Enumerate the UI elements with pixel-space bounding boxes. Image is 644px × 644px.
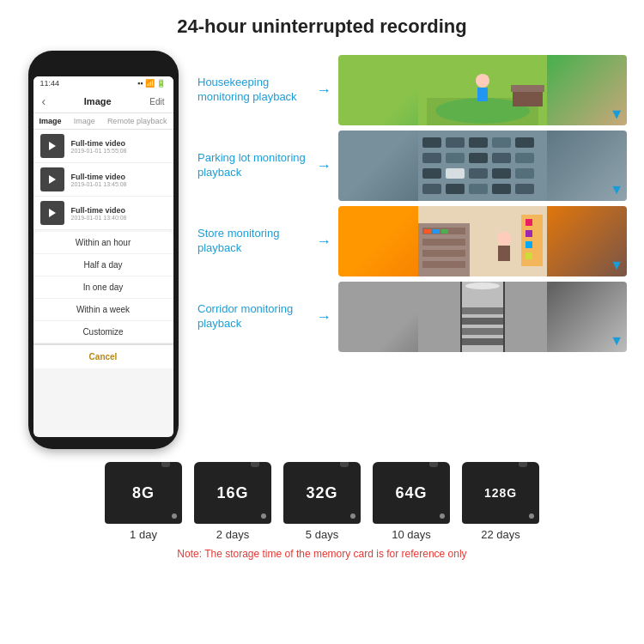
svg-rect-32 <box>422 250 465 257</box>
svg-rect-13 <box>422 153 441 163</box>
svg-rect-6 <box>511 85 544 92</box>
sd-card-dot-128g <box>529 513 534 519</box>
svg-rect-14 <box>446 153 465 163</box>
phone-nav-title: Image <box>84 96 112 106</box>
dropdown-popup: Within an hour Half a day In one day Wit… <box>33 232 173 368</box>
video-date-1: 2019-01-01 15:55:08 <box>71 148 167 154</box>
video-item-3[interactable]: Full-time video 2019-01-01 13:40:08 <box>33 197 173 230</box>
video-info-3: Full-time video 2019-01-01 13:40:08 <box>71 206 167 221</box>
tab-remote-playback[interactable]: Remote playback <box>107 117 167 125</box>
arrow-parking: → <box>316 157 331 175</box>
svg-rect-46 <box>504 282 547 352</box>
phone-back-button[interactable]: ‹ <box>42 94 46 108</box>
sd-card-label-128g: 128G <box>484 486 517 500</box>
svg-rect-24 <box>446 184 465 194</box>
sd-card-label-32g: 32G <box>306 484 337 502</box>
svg-rect-12 <box>515 137 534 148</box>
storage-days-64g: 10 days <box>392 528 431 541</box>
dropdown-item-halfday[interactable]: Half a day <box>33 254 173 276</box>
sd-card-dot-32g <box>350 513 355 519</box>
dropdown-item-hour[interactable]: Within an hour <box>33 232 173 254</box>
phone: 11:44 ▪▪ 📶 🔋 ‹ Image Edit Image Image Re… <box>28 51 179 449</box>
svg-rect-9 <box>446 137 465 148</box>
play-icon-2 <box>49 175 56 184</box>
monitoring-label-housekeeping: Housekeeping monitoring playback <box>197 76 309 105</box>
phone-nav-bar: ‹ Image Edit <box>33 90 173 113</box>
video-item-2[interactable]: Full-time video 2019-01-01 13:45:08 <box>33 163 173 197</box>
arrow-housekeeping: → <box>316 82 331 100</box>
svg-rect-38 <box>498 246 510 261</box>
sd-card-32g: 32G <box>283 462 361 524</box>
dropdown-item-customize[interactable]: Customize <box>33 321 173 343</box>
storage-card-128g: 128G 22 days <box>462 462 539 541</box>
svg-rect-36 <box>441 229 448 234</box>
svg-rect-10 <box>469 137 488 148</box>
svg-rect-34 <box>424 229 431 234</box>
svg-rect-41 <box>526 230 532 237</box>
phone-tabs: Image Image Remote playback <box>33 113 173 130</box>
phone-status-bar: 11:44 ▪▪ 📶 🔋 <box>33 76 173 90</box>
phone-status-icons: ▪▪ 📶 🔋 <box>137 79 166 88</box>
tab-image[interactable]: Image <box>39 117 62 125</box>
corner-arrow-housekeeping: ▼ <box>610 106 623 122</box>
corner-arrow-parking: ▼ <box>610 182 623 197</box>
svg-rect-23 <box>422 184 441 194</box>
svg-rect-25 <box>469 184 488 194</box>
dropdown-item-oneday[interactable]: In one day <box>33 276 173 299</box>
monitoring-housekeeping: Housekeeping monitoring playback → ▼ <box>197 55 627 125</box>
svg-rect-8 <box>422 137 441 148</box>
right-panel: Housekeeping monitoring playback → ▼ <box>197 51 627 449</box>
video-title-2: Full-time video <box>71 173 167 181</box>
storage-days-32g: 5 days <box>306 528 338 541</box>
tab-image2[interactable]: Image <box>74 117 95 125</box>
play-icon-3 <box>49 209 56 217</box>
svg-point-53 <box>465 283 500 289</box>
sd-card-label-64g: 64G <box>395 484 427 502</box>
video-thumb-2 <box>40 167 64 191</box>
svg-rect-18 <box>422 168 441 179</box>
video-title-1: Full-time video <box>71 139 167 148</box>
monitoring-corridor: Corridor monitoring playback → <box>197 282 627 352</box>
sd-card-16g: 16G <box>194 462 271 524</box>
video-info-1: Full-time video 2019-01-01 15:55:08 <box>71 139 167 154</box>
video-date-2: 2019-01-01 13:45:08 <box>71 181 167 187</box>
phone-edit-button[interactable]: Edit <box>149 97 164 106</box>
svg-rect-43 <box>526 252 532 259</box>
main-content: 11:44 ▪▪ 📶 🔋 ‹ Image Edit Image Image Re… <box>0 51 644 449</box>
sd-card-8g: 8G <box>105 462 182 524</box>
storage-note: Note: The storage time of the memory car… <box>177 548 466 560</box>
sd-card-label-8g: 8G <box>132 484 155 502</box>
storage-section: 8G 1 day 16G 2 days 32G 5 days 64G <box>0 453 644 560</box>
storage-days-16g: 2 days <box>216 528 249 541</box>
svg-rect-31 <box>422 239 465 246</box>
sd-card-label-16g: 16G <box>216 484 248 502</box>
video-info-2: Full-time video 2019-01-01 13:45:08 <box>71 173 167 187</box>
video-item-1[interactable]: Full-time video 2019-01-01 15:55:08 <box>33 130 173 163</box>
storage-days-128g: 22 days <box>481 528 520 541</box>
svg-point-3 <box>476 74 489 88</box>
svg-rect-42 <box>526 241 532 248</box>
svg-rect-19 <box>446 168 465 179</box>
svg-rect-49 <box>461 328 504 335</box>
svg-rect-26 <box>492 184 511 194</box>
monitoring-label-parking: Parking lot monitoring playback <box>197 151 309 180</box>
play-icon-1 <box>49 142 56 150</box>
svg-point-37 <box>497 232 511 246</box>
svg-rect-33 <box>422 261 465 268</box>
storage-card-32g: 32G 5 days <box>283 462 361 541</box>
sd-card-64g: 64G <box>373 462 450 524</box>
svg-rect-22 <box>515 168 534 179</box>
page-title: 24-hour uninterrupted recording <box>0 0 644 46</box>
svg-rect-20 <box>469 168 488 179</box>
sd-card-dot-64g <box>440 513 445 519</box>
corner-arrow-store: ▼ <box>610 258 623 273</box>
dropdown-item-week[interactable]: Within a week <box>33 299 173 321</box>
dropdown-cancel-button[interactable]: Cancel <box>33 343 173 368</box>
monitoring-store: Store monitoring playback → <box>197 206 627 276</box>
arrow-store: → <box>316 233 331 251</box>
video-title-3: Full-time video <box>71 206 167 215</box>
svg-rect-45 <box>418 282 461 352</box>
video-thumb-1 <box>40 134 64 158</box>
svg-rect-17 <box>515 153 534 163</box>
storage-card-16g: 16G 2 days <box>194 462 271 541</box>
